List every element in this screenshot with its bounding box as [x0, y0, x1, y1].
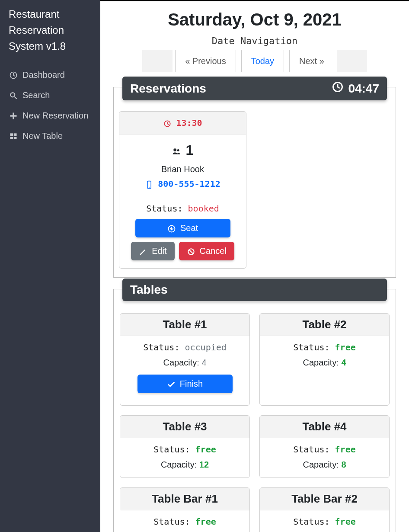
nav-spacer [337, 50, 367, 72]
current-time: 04:47 [348, 82, 379, 96]
sidebar-item-dashboard[interactable]: Dashboard [9, 65, 92, 85]
sidebar-item-label: Dashboard [22, 70, 65, 80]
table-name: Table #1 [120, 314, 249, 336]
next-button[interactable]: Next » [289, 50, 334, 72]
table-status: Status: free [264, 342, 385, 353]
table-status: Status: free [264, 516, 385, 527]
svg-line-2 [15, 97, 17, 99]
table-card: Table #4 Status: free Capacity: 8 [259, 415, 390, 478]
prev-label: Previous [192, 56, 226, 66]
clock-icon [163, 118, 172, 128]
table-name: Table Bar #1 [120, 488, 249, 510]
table-name: Table Bar #2 [260, 488, 389, 510]
table-capacity: Capacity: 12 [125, 460, 245, 470]
status-value: free [335, 342, 356, 353]
cancel-button[interactable]: Cancel [179, 242, 234, 260]
arrow-down-circle-icon [167, 223, 176, 233]
capacity-label: Capacity: [163, 358, 199, 367]
page-date: Saturday, Oct 9, 2021 [113, 10, 396, 29]
status-label: Status: [293, 342, 329, 353]
reservation-status: Status: booked [125, 203, 241, 214]
party-size-value: 1 [186, 142, 194, 158]
capacity-label: Capacity: [303, 460, 339, 469]
finish-label: Finish [180, 379, 203, 389]
status-value: free [195, 444, 216, 455]
reservation-card: 13:30 1 Brian Hook 800-555-1212 [119, 111, 246, 269]
svg-point-1 [10, 93, 15, 97]
today-button[interactable]: Today [241, 50, 284, 72]
seat-button[interactable]: Seat [135, 219, 230, 237]
table-name: Table #4 [260, 416, 389, 438]
people-icon [172, 142, 181, 158]
guest-phone[interactable]: 800-555-1212 [124, 179, 242, 189]
chevron-left-icon: « [185, 56, 190, 66]
cancel-label: Cancel [200, 246, 227, 256]
ban-icon [187, 246, 195, 256]
table-status: Status: free [264, 444, 385, 455]
reservations-title: Reservations [130, 82, 206, 96]
table-card: Table #2 Status: free Capacity: 4 [259, 313, 390, 406]
guest-phone-value: 800-555-1212 [158, 179, 220, 189]
today-label: Today [251, 56, 274, 66]
nav-spacer [142, 50, 173, 72]
sidebar-item-search[interactable]: Search [9, 85, 92, 106]
chevron-right-icon: » [320, 56, 324, 66]
tables-panel: Tables Table #1 Status: occupied Capacit… [113, 289, 396, 532]
reservations-legend: Reservations 04:47 [122, 77, 387, 100]
status-label: Status: [153, 444, 190, 455]
table-name: Table #2 [260, 314, 389, 336]
table-card: Table #3 Status: free Capacity: 12 [120, 415, 250, 478]
seat-label: Seat [180, 223, 198, 233]
svg-rect-7 [10, 137, 13, 139]
party-size: 1 [124, 142, 242, 158]
table-capacity: Capacity: 4 [125, 358, 245, 368]
table-card: Table Bar #2 Status: free [259, 487, 390, 532]
svg-rect-5 [10, 134, 13, 137]
date-nav-caption: Date Navigation [113, 35, 396, 46]
sidebar-item-label: New Table [22, 131, 63, 141]
table-icon [9, 131, 18, 141]
svg-rect-8 [14, 137, 17, 139]
svg-point-12 [177, 149, 179, 151]
edit-label: Edit [152, 246, 166, 256]
next-label: Next [299, 56, 317, 66]
table-status: Status: free [125, 516, 245, 527]
table-status: Status: free [125, 444, 245, 455]
mobile-icon [145, 179, 153, 189]
status-label: Status: [143, 342, 179, 353]
date-nav-group: « Previous Today Next » [113, 50, 396, 72]
sidebar: Restaurant Reservation System v1.8 Dashb… [0, 0, 100, 532]
pencil-icon [139, 246, 147, 256]
check-icon [167, 379, 176, 389]
table-card: Table Bar #1 Status: free [120, 487, 250, 532]
capacity-label: Capacity: [303, 358, 339, 367]
status-label: Status: [293, 516, 329, 527]
edit-button[interactable]: Edit [131, 242, 174, 260]
main-content: Saturday, Oct 9, 2021 Date Navigation « … [100, 0, 409, 532]
status-value: free [335, 516, 356, 527]
capacity-value: 8 [341, 460, 346, 469]
reservations-panel: Reservations 04:47 13:30 1 [113, 87, 396, 278]
finish-button[interactable]: Finish [137, 375, 233, 393]
status-value: free [195, 516, 216, 527]
capacity-value: 4 [201, 358, 206, 367]
capacity-value: 4 [341, 358, 346, 367]
table-capacity: Capacity: 4 [264, 358, 385, 368]
svg-line-17 [189, 250, 193, 254]
prev-button[interactable]: « Previous [175, 50, 236, 72]
tables-legend: Tables [122, 279, 387, 301]
table-name: Table #3 [120, 416, 249, 438]
sidebar-item-new-table[interactable]: New Table [9, 126, 92, 146]
status-value: booked [188, 203, 219, 214]
status-label: Status: [146, 203, 182, 214]
capacity-label: Capacity: [161, 460, 197, 469]
svg-point-11 [173, 148, 176, 151]
dashboard-icon [9, 70, 18, 80]
sidebar-item-new-reservation[interactable]: New Reservation [9, 106, 92, 126]
table-status: Status: occupied [125, 342, 245, 353]
tables-title: Tables [130, 283, 168, 297]
status-value: free [335, 444, 356, 455]
table-capacity: Capacity: 8 [264, 460, 385, 470]
search-icon [9, 90, 18, 100]
svg-rect-4 [10, 115, 17, 117]
